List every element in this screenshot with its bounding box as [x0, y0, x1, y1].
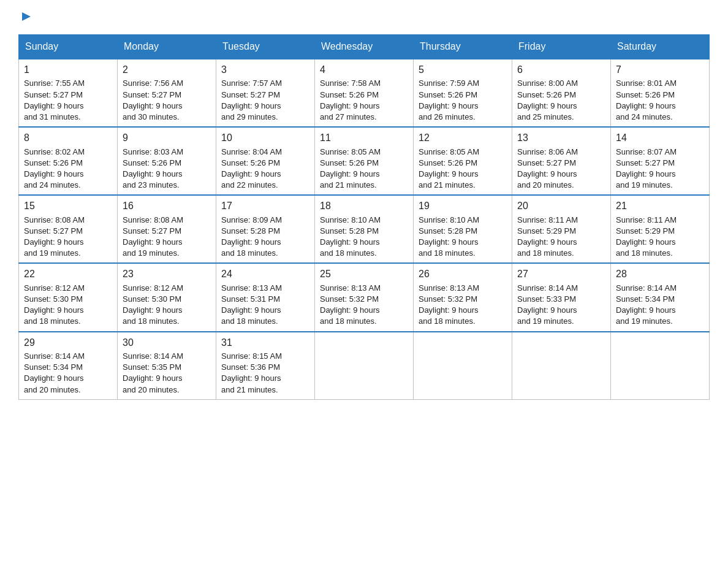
day-cell: 11 Sunrise: 8:05 AMSunset: 5:26 PMDaylig… [315, 127, 414, 195]
header-sunday: Sunday [19, 35, 118, 59]
day-number: 24 [221, 267, 309, 281]
day-cell: 19 Sunrise: 8:10 AMSunset: 5:28 PMDaylig… [414, 195, 512, 263]
day-cell: 22 Sunrise: 8:12 AMSunset: 5:30 PMDaylig… [19, 263, 118, 331]
day-cell [414, 332, 512, 400]
day-cell: 16 Sunrise: 8:08 AMSunset: 5:27 PMDaylig… [118, 195, 216, 263]
day-number: 12 [419, 131, 507, 145]
day-info: Sunrise: 8:06 AMSunset: 5:27 PMDaylight:… [517, 147, 605, 191]
day-cell: 8 Sunrise: 8:02 AMSunset: 5:26 PMDayligh… [19, 127, 118, 195]
day-info: Sunrise: 8:05 AMSunset: 5:26 PMDaylight:… [419, 147, 507, 191]
day-cell: 27 Sunrise: 8:14 AMSunset: 5:33 PMDaylig… [512, 263, 611, 331]
day-info: Sunrise: 8:00 AMSunset: 5:26 PMDaylight:… [517, 78, 605, 123]
day-cell: 18 Sunrise: 8:10 AMSunset: 5:28 PMDaylig… [315, 195, 414, 263]
day-cell: 31 Sunrise: 8:15 AMSunset: 5:36 PMDaylig… [216, 332, 315, 400]
day-info: Sunrise: 8:09 AMSunset: 5:28 PMDaylight:… [221, 215, 309, 259]
day-cell: 23 Sunrise: 8:12 AMSunset: 5:30 PMDaylig… [118, 263, 216, 331]
day-number: 15 [24, 199, 112, 213]
header-tuesday: Tuesday [216, 35, 315, 59]
day-number: 3 [221, 63, 309, 77]
day-cell: 10 Sunrise: 8:04 AMSunset: 5:26 PMDaylig… [216, 127, 315, 195]
day-number: 13 [517, 131, 605, 145]
day-cell: 21 Sunrise: 8:11 AMSunset: 5:29 PMDaylig… [611, 195, 710, 263]
day-cell: 13 Sunrise: 8:06 AMSunset: 5:27 PMDaylig… [512, 127, 611, 195]
header-row: SundayMondayTuesdayWednesdayThursdayFrid… [19, 35, 710, 59]
day-info: Sunrise: 8:04 AMSunset: 5:26 PMDaylight:… [221, 147, 309, 191]
day-info: Sunrise: 8:14 AMSunset: 5:34 PMDaylight:… [616, 283, 704, 327]
logo [18, 12, 33, 23]
day-info: Sunrise: 8:15 AMSunset: 5:36 PMDaylight:… [221, 351, 309, 396]
day-number: 9 [123, 131, 211, 145]
day-number: 23 [123, 267, 211, 281]
day-info: Sunrise: 7:57 AMSunset: 5:27 PMDaylight:… [221, 78, 309, 123]
day-number: 22 [24, 267, 112, 281]
day-number: 6 [517, 63, 605, 77]
day-info: Sunrise: 8:13 AMSunset: 5:32 PMDaylight:… [320, 283, 408, 327]
day-info: Sunrise: 8:01 AMSunset: 5:26 PMDaylight:… [616, 78, 704, 123]
day-info: Sunrise: 7:55 AMSunset: 5:27 PMDaylight:… [24, 78, 112, 123]
header-thursday: Thursday [414, 35, 512, 59]
day-number: 27 [517, 267, 605, 281]
day-cell: 9 Sunrise: 8:03 AMSunset: 5:26 PMDayligh… [118, 127, 216, 195]
day-info: Sunrise: 8:12 AMSunset: 5:30 PMDaylight:… [123, 283, 211, 327]
day-info: Sunrise: 8:03 AMSunset: 5:26 PMDaylight:… [123, 147, 211, 191]
day-info: Sunrise: 8:10 AMSunset: 5:28 PMDaylight:… [419, 215, 507, 259]
day-cell: 29 Sunrise: 8:14 AMSunset: 5:34 PMDaylig… [19, 332, 118, 400]
page-header [18, 12, 710, 23]
day-cell: 25 Sunrise: 8:13 AMSunset: 5:32 PMDaylig… [315, 263, 414, 331]
day-info: Sunrise: 8:12 AMSunset: 5:30 PMDaylight:… [24, 283, 112, 327]
day-info: Sunrise: 8:07 AMSunset: 5:27 PMDaylight:… [616, 147, 704, 191]
day-number: 29 [24, 336, 112, 350]
day-cell [611, 332, 710, 400]
day-number: 26 [419, 267, 507, 281]
day-number: 20 [517, 199, 605, 213]
day-number: 28 [616, 267, 704, 281]
header-monday: Monday [118, 35, 216, 59]
day-number: 8 [24, 131, 112, 145]
day-cell: 3 Sunrise: 7:57 AMSunset: 5:27 PMDayligh… [216, 59, 315, 127]
day-number: 30 [123, 336, 211, 350]
day-info: Sunrise: 8:13 AMSunset: 5:31 PMDaylight:… [221, 283, 309, 327]
day-info: Sunrise: 8:11 AMSunset: 5:29 PMDaylight:… [517, 215, 605, 259]
day-number: 17 [221, 199, 309, 213]
day-number: 16 [123, 199, 211, 213]
logo-arrow-icon [20, 10, 33, 23]
day-cell [315, 332, 414, 400]
day-info: Sunrise: 8:11 AMSunset: 5:29 PMDaylight:… [616, 215, 704, 259]
day-number: 19 [419, 199, 507, 213]
day-info: Sunrise: 8:13 AMSunset: 5:32 PMDaylight:… [419, 283, 507, 327]
header-wednesday: Wednesday [315, 35, 414, 59]
day-cell: 17 Sunrise: 8:09 AMSunset: 5:28 PMDaylig… [216, 195, 315, 263]
day-info: Sunrise: 8:05 AMSunset: 5:26 PMDaylight:… [320, 147, 408, 191]
week-row-3: 15 Sunrise: 8:08 AMSunset: 5:27 PMDaylig… [19, 195, 710, 263]
day-info: Sunrise: 7:58 AMSunset: 5:26 PMDaylight:… [320, 78, 408, 123]
day-number: 21 [616, 199, 704, 213]
header-saturday: Saturday [611, 35, 710, 59]
calendar-table: SundayMondayTuesdayWednesdayThursdayFrid… [18, 34, 710, 400]
day-cell: 14 Sunrise: 8:07 AMSunset: 5:27 PMDaylig… [611, 127, 710, 195]
day-number: 2 [123, 63, 211, 77]
day-number: 14 [616, 131, 704, 145]
day-info: Sunrise: 8:14 AMSunset: 5:33 PMDaylight:… [517, 283, 605, 327]
day-cell [512, 332, 611, 400]
day-cell: 28 Sunrise: 8:14 AMSunset: 5:34 PMDaylig… [611, 263, 710, 331]
day-cell: 6 Sunrise: 8:00 AMSunset: 5:26 PMDayligh… [512, 59, 611, 127]
header-friday: Friday [512, 35, 611, 59]
day-info: Sunrise: 8:14 AMSunset: 5:34 PMDaylight:… [24, 351, 112, 396]
day-info: Sunrise: 8:08 AMSunset: 5:27 PMDaylight:… [123, 215, 211, 259]
day-cell: 30 Sunrise: 8:14 AMSunset: 5:35 PMDaylig… [118, 332, 216, 400]
day-info: Sunrise: 8:02 AMSunset: 5:26 PMDaylight:… [24, 147, 112, 191]
day-cell: 4 Sunrise: 7:58 AMSunset: 5:26 PMDayligh… [315, 59, 414, 127]
week-row-2: 8 Sunrise: 8:02 AMSunset: 5:26 PMDayligh… [19, 127, 710, 195]
svg-marker-0 [22, 12, 31, 21]
week-row-1: 1 Sunrise: 7:55 AMSunset: 5:27 PMDayligh… [19, 59, 710, 127]
week-row-5: 29 Sunrise: 8:14 AMSunset: 5:34 PMDaylig… [19, 332, 710, 400]
day-number: 4 [320, 63, 408, 77]
day-number: 10 [221, 131, 309, 145]
day-number: 25 [320, 267, 408, 281]
day-info: Sunrise: 8:08 AMSunset: 5:27 PMDaylight:… [24, 215, 112, 259]
day-cell: 2 Sunrise: 7:56 AMSunset: 5:27 PMDayligh… [118, 59, 216, 127]
day-cell: 26 Sunrise: 8:13 AMSunset: 5:32 PMDaylig… [414, 263, 512, 331]
day-info: Sunrise: 8:10 AMSunset: 5:28 PMDaylight:… [320, 215, 408, 259]
day-number: 18 [320, 199, 408, 213]
day-number: 31 [221, 336, 309, 350]
